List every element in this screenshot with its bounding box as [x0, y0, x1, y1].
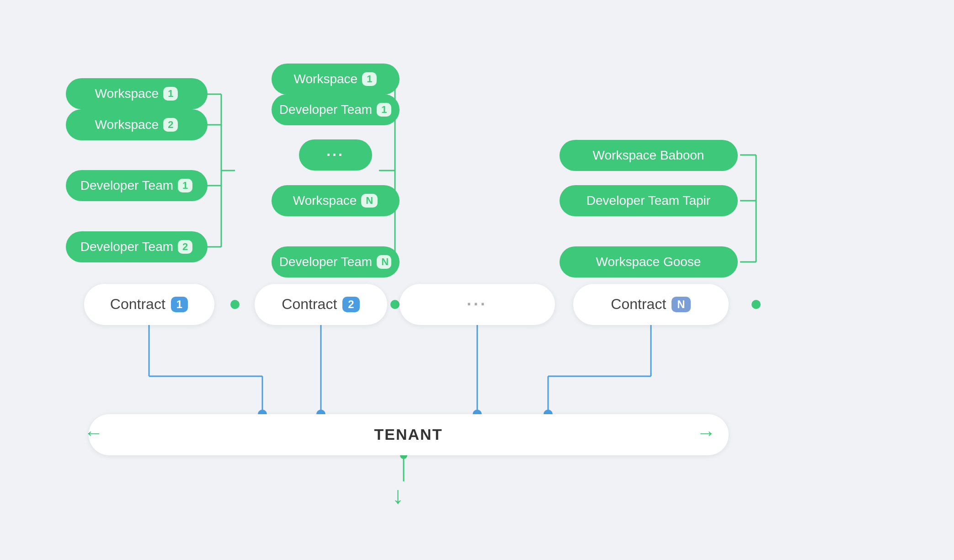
col4-pill-workspace-goose: Workspace Goose	[560, 246, 738, 277]
col4-pill-workspace-baboon: Workspace Baboon	[560, 140, 738, 171]
pill-workspace-1: Workspace 1	[66, 78, 208, 109]
pill-workspace-2: Workspace 2	[66, 109, 208, 140]
diagram-container: Workspace 1 Workspace 2 Developer Team 1…	[43, 29, 911, 532]
contract-1-node: Contract 1	[84, 284, 214, 325]
col2-pill-workspace-1: Workspace 1	[272, 64, 400, 95]
right-arrow: →	[697, 422, 716, 444]
contract-ellipsis-node: ···	[400, 284, 555, 325]
tenant-node: TENANT	[89, 414, 729, 455]
col2-pill-devteam-n: Developer Team N	[272, 246, 400, 277]
col4-pill-devteam-tapir: Developer Team Tapir	[560, 185, 738, 216]
pill-devteam-2: Developer Team 2	[66, 231, 208, 262]
contract-n-node: Contract N	[573, 284, 729, 325]
pill-devteam-1: Developer Team 1	[66, 170, 208, 201]
svg-point-26	[751, 300, 761, 309]
svg-point-17	[390, 300, 400, 309]
col2-pill-devteam-1: Developer Team 1	[272, 94, 400, 125]
col2-pill-ellipsis: ···	[299, 139, 372, 171]
col2-pill-workspace-n: Workspace N	[272, 185, 400, 216]
svg-point-6	[230, 300, 240, 309]
down-arrow: ↓	[392, 481, 404, 509]
contract-2-node: Contract 2	[255, 284, 387, 325]
left-arrow: ←	[84, 422, 103, 444]
